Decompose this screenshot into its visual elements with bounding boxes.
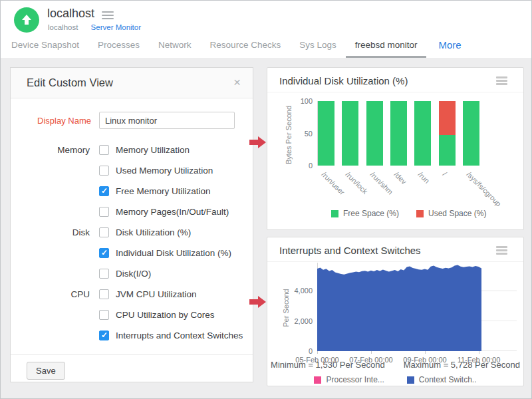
chart-options-hamburger-icon[interactable] xyxy=(496,76,507,84)
tab-more[interactable]: More xyxy=(426,35,470,58)
tab-sys-logs[interactable]: Sys Logs xyxy=(290,35,346,58)
legend-swatch-icon xyxy=(331,210,338,217)
legend-item-free-space-[interactable]: Free Space (%) xyxy=(331,209,399,218)
interrupts-context-switches-panel: Interrupts and Context Switches Per Seco… xyxy=(267,237,524,386)
ics-chart-summary: Minimum = 1,530 Per Second Maximum = 5,7… xyxy=(267,360,523,370)
option-label: Individual Disk Utilization (%) xyxy=(116,248,231,258)
option-label: Used Memory Utilization xyxy=(116,166,213,176)
metric-option-row: Memory Pages(In/Out/Fault) xyxy=(11,201,253,222)
free-space-segment xyxy=(366,101,383,166)
metric-option-row: Used Memory Utilization xyxy=(11,160,253,181)
breadcrumb-host: localhost xyxy=(48,23,78,31)
close-icon[interactable]: × xyxy=(233,75,241,90)
legend-swatch-icon xyxy=(407,376,414,384)
ics-xtick-mark xyxy=(317,351,318,354)
legend-label: Used Space (%) xyxy=(428,209,486,218)
metric-option-row: Free Memory Utilization xyxy=(11,181,253,201)
hamburger-menu-icon[interactable] xyxy=(102,11,114,19)
pointer-arrow-disk-chart xyxy=(249,136,267,148)
disk-ytick: 100 xyxy=(286,97,313,105)
checkbox-individual-disk-utilization-[interactable] xyxy=(99,248,109,258)
option-label: CPU Utilization by Cores xyxy=(116,310,215,320)
free-space-segment xyxy=(342,101,358,166)
display-name-row: Display Name xyxy=(11,110,253,130)
dialog-header: Edit Custom View × xyxy=(11,68,253,98)
checkbox-memory-utilization[interactable] xyxy=(99,145,109,155)
tab-device-snapshot[interactable]: Device Snapshot xyxy=(1,35,88,58)
app-header: localhost localhost Server Monitor xyxy=(1,1,531,35)
checkbox-jvm-cpu-utilization[interactable] xyxy=(99,289,109,299)
tab-freebsd-monitor[interactable]: freebsd monitor xyxy=(346,35,427,58)
legend-label: Processor Inte... xyxy=(326,375,384,384)
checkbox-memory-pages-in-out-fault-[interactable] xyxy=(99,207,109,217)
option-label: Interrupts and Context Switches xyxy=(116,331,243,340)
checkbox-free-memory-utilization[interactable] xyxy=(99,186,109,196)
disk-bar--run-lock xyxy=(342,101,358,166)
free-space-segment xyxy=(414,101,431,166)
minimum-value: Minimum = 1,530 Per Second xyxy=(271,360,385,370)
disk-category-label: /run/shm xyxy=(368,170,394,196)
display-name-label: Display Name xyxy=(11,116,99,126)
legend-item-context-switch-[interactable]: Context Switch.. xyxy=(407,375,477,384)
disk-ytick: 50 xyxy=(286,130,313,138)
metric-option-row: CPU Utilization by Cores xyxy=(11,305,253,325)
ics-chart-plot xyxy=(317,263,517,351)
ics-xtick-mark xyxy=(479,351,479,354)
free-space-segment xyxy=(390,101,407,166)
disk-chart-plot xyxy=(317,101,485,166)
page-title: localhost xyxy=(47,7,94,21)
legend-item-processor-inte-[interactable]: Processor Inte... xyxy=(314,375,384,384)
display-name-input[interactable] xyxy=(99,112,235,129)
free-space-segment xyxy=(318,101,334,166)
checkbox-disk-i-o-[interactable] xyxy=(99,269,109,279)
disk-category-label: / xyxy=(441,170,448,178)
option-label: Free Memory Utilization xyxy=(116,186,211,196)
disk-category-label: /sys/fs/cgroup xyxy=(465,170,502,207)
used-space-segment xyxy=(439,101,456,135)
legend-item-used-space-[interactable]: Used Space (%) xyxy=(416,209,486,218)
nav-tabs: Device SnapshotProcessesNetworkResource … xyxy=(1,35,531,58)
tab-processes[interactable]: Processes xyxy=(88,35,149,58)
checkbox-used-memory-utilization[interactable] xyxy=(99,166,109,176)
dialog-footer: Save xyxy=(11,355,253,380)
disk-chart-legend: Free Space (%)Used Space (%) xyxy=(331,209,486,218)
disk-ytick: 0 xyxy=(286,162,313,170)
disk-bar--sys-fs-cgroup xyxy=(463,101,479,166)
edit-custom-view-dialog: Edit Custom View × Display Name MemoryMe… xyxy=(10,67,253,382)
metric-option-row: MemoryMemory Utilization xyxy=(11,140,253,160)
group-label-cpu: CPU xyxy=(11,289,99,299)
checkbox-disk-utilization-[interactable] xyxy=(99,227,109,237)
disk-bar-- xyxy=(439,101,456,166)
tab-resource-checks[interactable]: Resource Checks xyxy=(201,35,291,58)
save-button[interactable]: Save xyxy=(27,362,65,380)
ics-area-svg xyxy=(317,263,517,351)
disk-category-label: /dev xyxy=(392,170,408,186)
ics-ytick: 0 xyxy=(286,347,313,355)
chart-options-hamburger-icon[interactable] xyxy=(496,246,507,254)
ics-xtick-mark xyxy=(371,351,372,354)
metric-groups: MemoryMemory UtilizationUsed Memory Util… xyxy=(11,140,253,346)
group-label-disk: Disk xyxy=(11,227,99,237)
metric-option-row: Disk(I/O) xyxy=(11,263,253,284)
tab-network[interactable]: Network xyxy=(149,35,201,58)
checkbox-interrupts-and-context-switches[interactable] xyxy=(99,331,109,340)
metric-option-row: Interrupts and Context Switches xyxy=(11,325,253,346)
disk-chart-title: Individual Disk Utilization (%) xyxy=(279,75,408,86)
ics-chart-legend: Processor Inte...Context Switch.. xyxy=(267,375,523,384)
disk-bar--run-shm xyxy=(366,101,383,166)
free-space-segment xyxy=(439,135,456,166)
option-label: Memory Pages(In/Out/Fault) xyxy=(116,207,229,217)
disk-bar--dev xyxy=(390,101,407,166)
legend-label: Free Space (%) xyxy=(343,209,399,218)
breadcrumb-server-monitor-link[interactable]: Server Monitor xyxy=(91,23,141,31)
legend-swatch-icon xyxy=(416,210,424,217)
option-label: Disk(I/O) xyxy=(116,269,151,279)
disk-utilization-panel: Individual Disk Utilization (%) Bytes Pe… xyxy=(267,67,524,230)
dialog-title: Edit Custom View xyxy=(27,76,113,89)
breadcrumb: localhost Server Monitor xyxy=(48,23,141,31)
maximum-value: Maximum = 5,728 Per Second xyxy=(404,360,520,370)
pointer-arrow-ics-chart xyxy=(249,296,267,308)
ics-xtick-mark xyxy=(425,351,426,354)
monitor-status-icon xyxy=(14,7,39,33)
checkbox-cpu-utilization-by-cores[interactable] xyxy=(99,310,109,320)
